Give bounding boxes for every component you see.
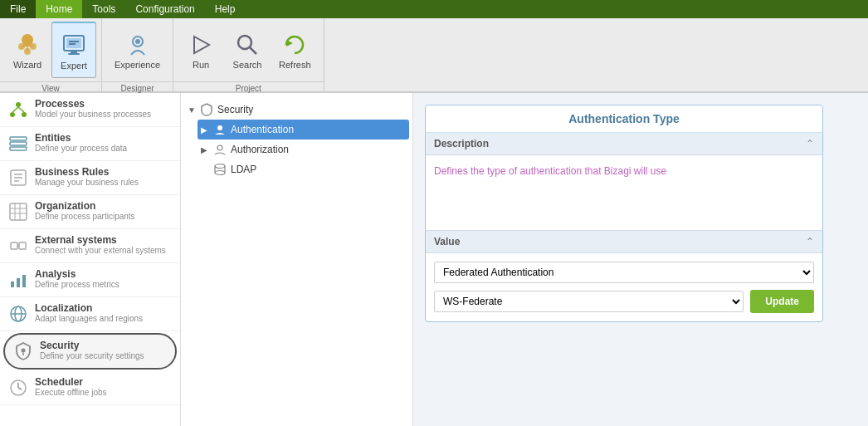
analysis-title: Analysis	[35, 268, 119, 280]
external-systems-title: External systems	[35, 234, 166, 246]
svg-point-55	[215, 171, 225, 175]
sidebar-item-scheduler[interactable]: Scheduler Execute offline jobs	[0, 371, 180, 405]
security-desc: Define your security settings	[40, 351, 144, 360]
svg-marker-15	[194, 37, 209, 53]
refresh-label: Refresh	[279, 60, 311, 70]
svg-rect-10	[68, 53, 80, 55]
menubar-help[interactable]: Help	[205, 0, 246, 18]
refresh-icon	[280, 30, 310, 60]
localization-icon	[7, 302, 30, 326]
tree-item-authorization[interactable]: ▶ Authorization	[197, 140, 409, 159]
sidebar-item-organization[interactable]: Organization Define process participants	[0, 195, 180, 229]
svg-point-14	[135, 39, 140, 44]
federated-auth-select[interactable]: Federated Authentication Form Authentica…	[434, 262, 814, 283]
tree-item-security[interactable]: ▼ Security	[184, 100, 409, 120]
sidebar-item-security[interactable]: Security Define your security settings	[3, 333, 177, 370]
business-rules-text: Business Rules Manage your business rule…	[35, 166, 139, 187]
search-icon	[232, 30, 262, 60]
tree-ldap-label: LDAP	[231, 164, 256, 175]
run-icon	[186, 30, 216, 60]
experience-button[interactable]: Experience	[107, 22, 168, 78]
svg-rect-24	[10, 137, 27, 140]
tree-item-authentication[interactable]: ▶ Authentication	[197, 120, 409, 140]
sidebar-item-analysis[interactable]: Analysis Define process metrics	[0, 263, 180, 297]
security-title: Security	[40, 340, 144, 351]
svg-point-50	[217, 125, 222, 130]
security-expander: ▼	[188, 105, 199, 115]
search-label: Search	[233, 60, 262, 70]
wizard-button[interactable]: Wizard	[5, 22, 50, 78]
sidebar-item-external-systems[interactable]: External systems Connect with your exter…	[0, 229, 180, 263]
svg-rect-25	[10, 142, 27, 145]
description-collapse-icon: ⌃	[806, 138, 814, 149]
svg-line-49	[18, 388, 22, 389]
menubar: File Home Tools Configuration Help	[0, 0, 868, 18]
sidebar-item-processes[interactable]: Processes Model your business processes	[0, 93, 180, 127]
entities-icon	[7, 132, 30, 155]
value-section-header[interactable]: Value ⌃	[426, 230, 822, 253]
processes-icon	[7, 98, 30, 121]
toolbar: Wizard Expert View	[0, 18, 868, 93]
external-systems-text: External systems Connect with your exter…	[35, 234, 166, 255]
sidebar-item-localization[interactable]: Localization Adapt languages and regions	[0, 297, 180, 331]
svg-line-4	[22, 46, 27, 47]
scheduler-desc: Execute offline jobs	[35, 388, 107, 397]
right-panel: Authentication Type Description ⌃ Define…	[413, 93, 868, 426]
entities-desc: Define your process data	[35, 144, 127, 153]
organization-title: Organization	[35, 200, 135, 212]
scheduler-text: Scheduler Execute offline jobs	[35, 376, 107, 397]
tree-item-ldap[interactable]: LDAP	[197, 159, 409, 179]
sidebar-item-entities[interactable]: Entities Define your process data	[0, 127, 180, 161]
authorization-expander: ▶	[201, 145, 212, 154]
localization-desc: Adapt languages and regions	[35, 314, 143, 323]
entities-text: Entities Define your process data	[35, 132, 127, 153]
expert-button[interactable]: Expert	[51, 22, 96, 78]
menubar-configuration[interactable]: Configuration	[125, 0, 204, 18]
search-button[interactable]: Search	[225, 22, 270, 78]
expert-label: Expert	[61, 61, 87, 71]
svg-rect-26	[10, 147, 27, 150]
menubar-home[interactable]: Home	[36, 0, 82, 18]
run-button[interactable]: Run	[178, 22, 223, 78]
expert-icon	[59, 31, 89, 61]
localization-title: Localization	[35, 302, 143, 314]
ws-federate-select[interactable]: WS-Federate	[434, 291, 744, 312]
external-systems-desc: Connect with your external systems	[35, 246, 166, 255]
tree-authentication-label: Authentication	[231, 124, 294, 135]
description-section-label: Description	[434, 138, 489, 149]
experience-icon	[123, 30, 153, 60]
svg-rect-37	[19, 242, 26, 249]
organization-desc: Define process participants	[35, 212, 135, 221]
menubar-file[interactable]: File	[0, 0, 36, 18]
description-text: Defines the type of authentication that …	[434, 165, 666, 177]
tree-panel: ▼ Security ▶ Authentication ▶ Authorizat…	[181, 93, 413, 426]
refresh-button[interactable]: Refresh	[271, 22, 319, 78]
svg-marker-18	[286, 40, 293, 47]
svg-line-23	[18, 107, 24, 112]
svg-point-51	[217, 145, 222, 150]
svg-rect-31	[10, 203, 27, 220]
authentication-expander: ▶	[201, 125, 212, 135]
sidebar-item-business-rules[interactable]: Business Rules Manage your business rule…	[0, 161, 180, 195]
toolbar-project-section: Run Search	[173, 18, 324, 91]
authentication-type-panel: Authentication Type Description ⌃ Define…	[425, 105, 823, 322]
svg-rect-39	[11, 282, 14, 287]
tree-security-label: Security	[217, 104, 253, 115]
analysis-desc: Define process metrics	[35, 280, 119, 289]
tree-authorization-icon	[212, 142, 227, 157]
main-content: Processes Model your business processes …	[0, 93, 868, 426]
security-text: Security Define your security settings	[40, 340, 144, 360]
svg-point-20	[10, 112, 15, 117]
tree-authorization-label: Authorization	[231, 144, 289, 155]
menubar-tools[interactable]: Tools	[82, 0, 125, 18]
update-button[interactable]: Update	[750, 290, 814, 313]
svg-line-6	[27, 46, 33, 47]
description-section-content: Defines the type of authentication that …	[426, 155, 822, 230]
business-rules-desc: Manage your business rules	[35, 178, 139, 187]
description-section-header[interactable]: Description ⌃	[426, 133, 822, 155]
svg-line-22	[12, 107, 18, 112]
security-icon	[12, 340, 35, 363]
business-rules-title: Business Rules	[35, 166, 139, 178]
analysis-icon	[7, 268, 30, 291]
processes-text: Processes Model your business processes	[35, 98, 151, 119]
